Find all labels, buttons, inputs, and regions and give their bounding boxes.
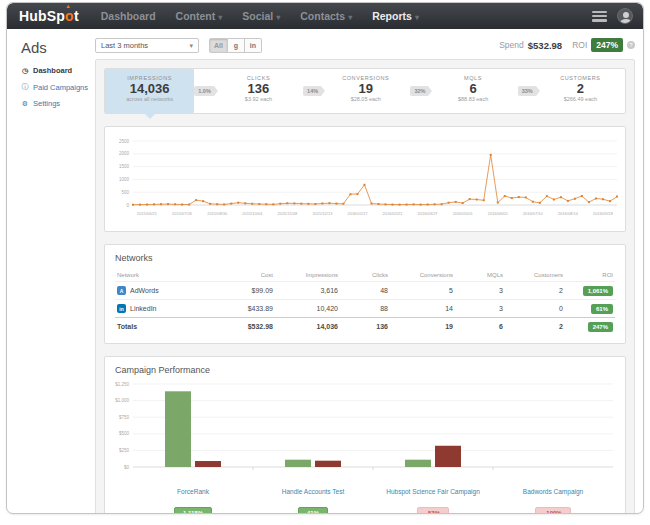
info-icon: ⓘ — [21, 82, 29, 92]
campaign-roi-badge: -53% — [417, 507, 449, 514]
conversion-rate-badge: 14% — [303, 86, 321, 96]
nav-menu: Dashboard Content Social Contacts Report… — [101, 10, 592, 22]
linkedin-link[interactable]: inLinkedIn — [117, 304, 213, 313]
metric-card-clicks[interactable]: CLICKS 136 $3.92 each — [214, 69, 303, 113]
svg-text:2015/06/21: 2015/06/21 — [137, 211, 158, 216]
roi-badge: 247% — [588, 322, 613, 332]
svg-text:2016/05/01: 2016/05/01 — [453, 211, 474, 216]
network-filter-group: All g in — [209, 38, 262, 53]
campaign-link-forcerank[interactable]: ForceRank — [177, 488, 209, 495]
conversion-rate-badge: 33% — [518, 86, 536, 96]
adwords-link[interactable]: AAdWords — [117, 286, 213, 295]
linkedin-icon: in — [117, 304, 126, 313]
svg-text:2016/02/21: 2016/02/21 — [383, 211, 404, 216]
campaign-bar-chart[interactable]: $0$250$500$750$1,000$1,250 — [105, 379, 621, 475]
adwords-icon: A — [117, 286, 126, 295]
toolbar: Last 3 months All g in Spend $532.98 ROI… — [95, 36, 635, 54]
svg-text:$0: $0 — [124, 465, 130, 470]
table-row-linkedin: inLinkedIn $433.89 10,420 88 14 3 0 61% — [115, 300, 615, 318]
svg-text:500: 500 — [121, 190, 129, 195]
svg-text:2015/11/08: 2015/11/08 — [277, 211, 297, 216]
campaign-link-handle-accounts-test[interactable]: Handle Accounts Test — [282, 488, 344, 495]
networks-card: Networks Network Cost Impressions Clicks… — [104, 244, 626, 344]
nav-item-reports[interactable]: Reports — [372, 10, 419, 22]
svg-text:2016/07/10: 2016/07/10 — [523, 211, 544, 216]
campaign-performance-card: Campaign Performance $0$250$500$750$1,00… — [104, 356, 626, 514]
dashboard-panel: IMPRESSIONS 14,036 across all networks 1… — [95, 59, 635, 514]
logo-text-end: t — [74, 8, 79, 24]
page-title: Ads — [21, 39, 91, 56]
funnel-metrics: IMPRESSIONS 14,036 across all networks 1… — [104, 68, 626, 114]
sidebar-item-settings[interactable]: ⚙ Settings — [21, 99, 91, 108]
chevron-down-icon — [276, 10, 280, 22]
sidebar-item-dashboard[interactable]: ◷ Dashboard — [21, 66, 91, 75]
svg-text:2016/09/18: 2016/09/18 — [593, 211, 614, 216]
user-avatar[interactable] — [617, 8, 633, 24]
impressions-line-chart[interactable]: 050010001500200025002015/06/212015/07/26… — [107, 133, 623, 225]
svg-text:$750: $750 — [119, 415, 130, 420]
impressions-chart-card: 050010001500200025002015/06/212015/07/26… — [104, 126, 626, 232]
chevron-down-icon — [415, 10, 419, 22]
campaign-roi-badge: 41% — [298, 507, 328, 514]
svg-text:2015/08/30: 2015/08/30 — [207, 211, 228, 216]
metric-card-impressions[interactable]: IMPRESSIONS 14,036 across all networks — [105, 69, 194, 113]
svg-text:$1,000: $1,000 — [115, 398, 129, 403]
networks-title: Networks — [105, 245, 625, 267]
campaign-performance-title: Campaign Performance — [105, 357, 625, 379]
svg-text:2015/10/04: 2015/10/04 — [242, 211, 263, 216]
gear-icon: ⚙ — [21, 100, 29, 108]
nav-item-contacts[interactable]: Contacts — [300, 10, 352, 22]
table-row-adwords: AAdWords $99.09 3,616 48 5 3 2 1,061% — [115, 282, 615, 300]
chevron-down-icon — [218, 10, 222, 22]
campaign-roi-badge: -100% — [535, 507, 570, 514]
hubspot-logo[interactable]: HubSpot — [19, 8, 79, 24]
svg-text:1500: 1500 — [119, 164, 130, 169]
metric-card-mqls[interactable]: MQLS 6 $88.83 each — [428, 69, 517, 113]
app-window: HubSpot Dashboard Content Social Contact… — [6, 2, 644, 514]
roi-info-icon[interactable]: ? — [627, 41, 635, 49]
logo-text: HubSp — [19, 8, 65, 24]
nav-item-content[interactable]: Content — [176, 10, 223, 22]
svg-text:2000: 2000 — [119, 151, 130, 156]
chevron-down-icon — [348, 10, 352, 22]
roi-badge: 247% — [591, 38, 623, 52]
campaign-labels: ForceRank Handle Accounts Test Hubspot S… — [105, 480, 625, 498]
roi-badge: 61% — [591, 304, 613, 314]
filter-all-button[interactable]: All — [209, 38, 228, 53]
spend-value: $532.98 — [528, 40, 562, 51]
svg-text:2016/06/05: 2016/06/05 — [488, 211, 509, 216]
date-range-select[interactable]: Last 3 months — [95, 38, 199, 53]
metric-card-conversions[interactable]: CONVERSIONS 19 $28.05 each — [321, 69, 410, 113]
conversion-rate-badge: 32% — [410, 86, 428, 96]
table-row-totals: Totals $532.98 14,036 136 19 6 2 247% — [115, 318, 615, 336]
svg-text:2016/03/27: 2016/03/27 — [418, 211, 439, 216]
top-navbar: HubSpot Dashboard Content Social Contact… — [7, 3, 643, 29]
chevron-down-icon — [189, 41, 193, 50]
spend-label: Spend — [499, 40, 524, 50]
svg-text:$500: $500 — [119, 431, 130, 436]
main-content: Last 3 months All g in Spend $532.98 ROI… — [91, 29, 643, 514]
metric-card-customers[interactable]: CUSTOMERS 2 $266.49 each — [536, 69, 625, 113]
nav-item-dashboard[interactable]: Dashboard — [101, 10, 156, 22]
svg-text:1000: 1000 — [119, 177, 130, 182]
conversion-rate-badge: 1.0% — [194, 86, 214, 96]
nav-item-social[interactable]: Social — [242, 10, 280, 22]
nav-right — [592, 8, 633, 24]
svg-text:2500: 2500 — [119, 139, 130, 144]
svg-text:2015/12/13: 2015/12/13 — [312, 211, 333, 216]
sidebar-item-paid-campaigns[interactable]: ⓘ Paid Campaigns — [21, 82, 91, 92]
svg-text:$250: $250 — [119, 448, 130, 453]
svg-text:$1,250: $1,250 — [115, 382, 129, 387]
campaign-link-badwords[interactable]: Badwords Campaign — [523, 488, 583, 495]
svg-text:2016/01/17: 2016/01/17 — [347, 211, 368, 216]
svg-text:2016/08/14: 2016/08/14 — [558, 211, 579, 216]
spend-roi-summary: Spend $532.98 ROI 247% ? — [499, 38, 635, 52]
hamburger-menu-icon[interactable] — [592, 11, 607, 22]
filter-linkedin-button[interactable]: in — [245, 38, 262, 53]
filter-google-button[interactable]: g — [228, 38, 245, 53]
sprocket-icon: o — [65, 8, 74, 24]
campaign-link-science-fair[interactable]: Hubspot Science Fair Campaign — [386, 488, 480, 495]
screen: HubSpot Dashboard Content Social Contact… — [0, 0, 650, 525]
campaign-roi-badge: 1,118% — [174, 507, 212, 514]
svg-text:0: 0 — [126, 203, 129, 208]
